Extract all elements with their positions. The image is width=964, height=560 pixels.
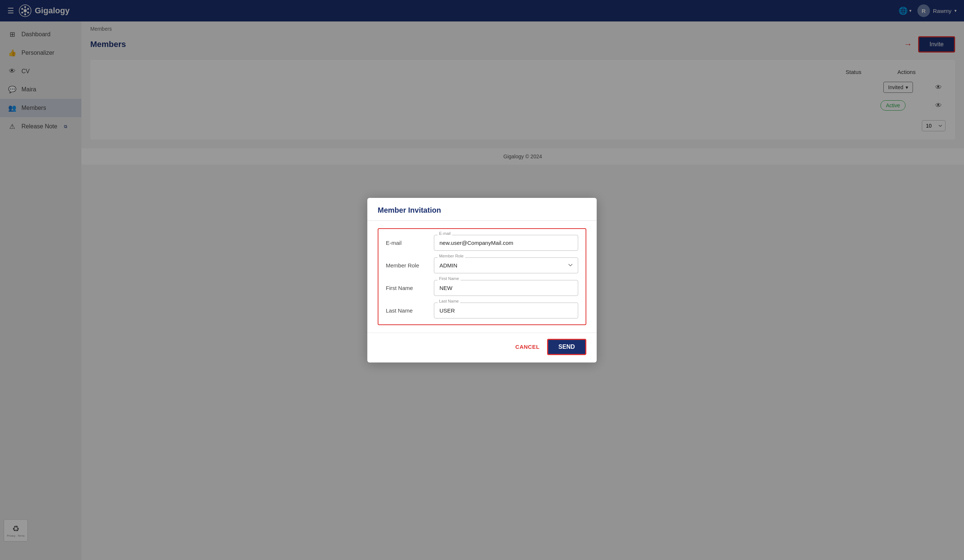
last-name-field-container: Last Name [434, 303, 578, 319]
first-name-field-legend: First Name [438, 276, 461, 281]
role-field-legend: Member Role [438, 254, 465, 258]
last-name-label: Last Name [386, 308, 434, 314]
last-name-field-legend: Last Name [438, 299, 460, 303]
last-name-row: Last Name Last Name [386, 303, 578, 319]
role-label: Member Role [386, 262, 434, 269]
modal-header: Member Invitation [367, 198, 597, 221]
role-row: Member Role Member Role ADMIN MEMBER VIE… [386, 257, 578, 273]
role-field-container: Member Role ADMIN MEMBER VIEWER [434, 257, 578, 273]
email-field-legend: E-mail [438, 231, 452, 236]
form-outline: E-mail E-mail Member Role Member Role AD… [378, 228, 586, 325]
modal-footer: CANCEL SEND [367, 332, 597, 363]
last-name-input[interactable] [434, 303, 578, 319]
modal-body: E-mail E-mail Member Role Member Role AD… [367, 221, 597, 332]
cancel-button[interactable]: CANCEL [515, 343, 540, 350]
first-name-label: First Name [386, 285, 434, 291]
send-button[interactable]: SEND [547, 339, 586, 355]
member-invitation-modal: Member Invitation E-mail E-mail Member R… [367, 198, 597, 363]
first-name-input[interactable] [434, 280, 578, 296]
modal-title: Member Invitation [378, 206, 586, 215]
first-name-row: First Name First Name [386, 280, 578, 296]
email-field-container: E-mail [434, 235, 578, 251]
email-input[interactable] [434, 235, 578, 251]
email-row: E-mail E-mail [386, 235, 578, 251]
email-label: E-mail [386, 240, 434, 246]
first-name-field-container: First Name [434, 280, 578, 296]
modal-overlay: Member Invitation E-mail E-mail Member R… [0, 0, 964, 560]
role-select[interactable]: ADMIN MEMBER VIEWER [434, 257, 578, 273]
